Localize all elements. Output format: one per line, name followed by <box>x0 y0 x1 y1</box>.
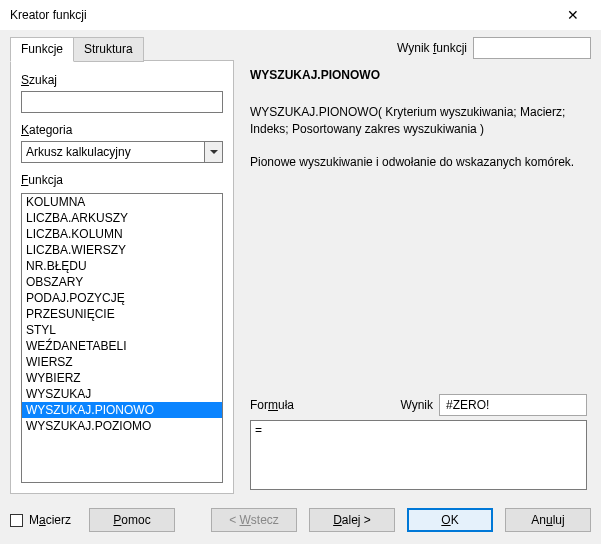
ok-button[interactable]: OK <box>407 508 493 532</box>
category-select[interactable]: Arkusz kalkulacyjny <box>21 141 223 163</box>
titlebar: Kreator funkcji ✕ <box>0 0 601 30</box>
chevron-down-icon[interactable] <box>204 142 222 162</box>
function-signature: WYSZUKAJ.PIONOWO( Kryterium wyszukiwania… <box>250 104 587 138</box>
list-item[interactable]: WEŹDANETABELI <box>22 338 222 354</box>
next-button[interactable]: Dalej > <box>309 508 395 532</box>
right-panel: WYSZUKAJ.PIONOWO WYSZUKAJ.PIONOWO( Kryte… <box>246 60 591 494</box>
formula-input[interactable] <box>250 420 587 490</box>
close-icon[interactable]: ✕ <box>553 7 593 23</box>
list-item[interactable]: WIERSZ <box>22 354 222 370</box>
list-item[interactable]: WYSZUKAJ.PIONOWO <box>22 402 222 418</box>
function-name-heading: WYSZUKAJ.PIONOWO <box>250 68 587 82</box>
formula-label: Formuła <box>250 398 294 412</box>
matrix-checkbox[interactable]: Macierz <box>10 513 71 527</box>
function-list-label: Funkcja <box>21 173 223 187</box>
list-item[interactable]: LICZBA.ARKUSZY <box>22 210 222 226</box>
tab-structure[interactable]: Struktura <box>74 37 144 62</box>
tab-functions[interactable]: Funkcje <box>10 37 74 62</box>
list-item[interactable]: LICZBA.WIERSZY <box>22 242 222 258</box>
list-item[interactable]: PODAJ.POZYCJĘ <box>22 290 222 306</box>
back-button: < Wstecz <box>211 508 297 532</box>
tabs: Funkcje Struktura <box>10 36 144 61</box>
window-title: Kreator funkcji <box>8 8 553 22</box>
result-output <box>439 394 587 416</box>
search-label: Szukaj <box>21 73 223 87</box>
footer: Macierz Pomoc < Wstecz Dalej > OK Anuluj <box>0 494 601 544</box>
list-item[interactable]: KOLUMNA <box>22 194 222 210</box>
list-item[interactable]: STYL <box>22 322 222 338</box>
list-item[interactable]: WYSZUKAJ <box>22 386 222 402</box>
list-item[interactable]: OBSZARY <box>22 274 222 290</box>
category-label: Kategoria <box>21 123 223 137</box>
function-listbox[interactable]: KOLUMNALICZBA.ARKUSZYLICZBA.KOLUMNLICZBA… <box>21 193 223 483</box>
cancel-button[interactable]: Anuluj <box>505 508 591 532</box>
checkbox-icon[interactable] <box>10 514 23 527</box>
list-item[interactable]: NR.BŁĘDU <box>22 258 222 274</box>
list-item[interactable]: WYSZUKAJ.POZIOMO <box>22 418 222 434</box>
function-wizard-dialog: Kreator funkcji ✕ Funkcje Struktura Wyni… <box>0 0 601 544</box>
wynik-label: Wynik <box>400 398 433 412</box>
function-description: Pionowe wyszukiwanie i odwołanie do wska… <box>250 154 587 171</box>
help-button[interactable]: Pomoc <box>89 508 175 532</box>
list-item[interactable]: LICZBA.KOLUMN <box>22 226 222 242</box>
function-result-output <box>473 37 591 59</box>
list-item[interactable]: WYBIERZ <box>22 370 222 386</box>
search-input[interactable] <box>21 91 223 113</box>
list-item[interactable]: PRZESUNIĘCIE <box>22 306 222 322</box>
category-value: Arkusz kalkulacyjny <box>22 145 204 159</box>
left-panel: Szukaj Kategoria Arkusz kalkulacyjny Fun… <box>10 60 234 494</box>
result-label: Wynik funkcji <box>397 41 467 55</box>
